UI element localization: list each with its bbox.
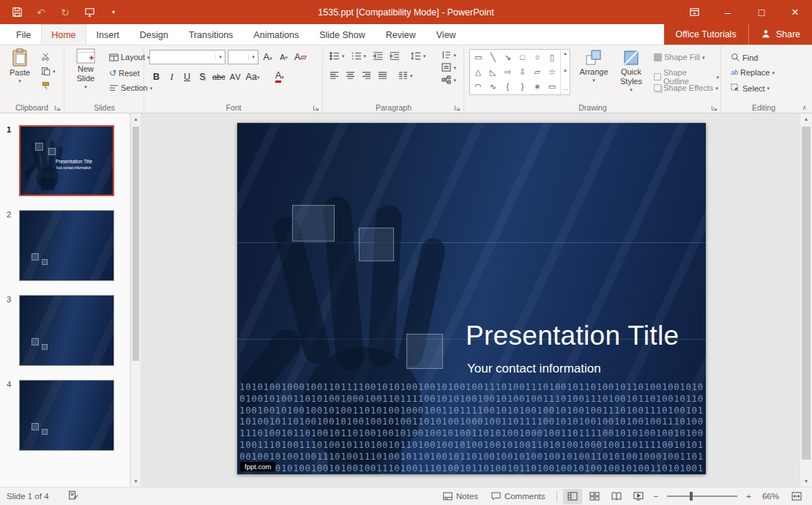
shapes-scroll-up-button[interactable]: ▲ [563,51,567,56]
redo-button[interactable]: ↻ [59,6,72,19]
shape-cell[interactable]: △ [475,68,481,76]
shape-cell[interactable]: ▱ [534,68,540,76]
tab-view[interactable]: View [426,24,466,45]
shape-cell[interactable]: ☆ [548,68,556,76]
zoom-slider[interactable] [667,495,737,497]
tab-transitions[interactable]: Transitions [179,24,244,45]
cut-button[interactable] [40,51,52,62]
italic-button[interactable]: I [165,70,179,84]
thumbnail-slide-1[interactable]: Presentation Title Your contact informat… [19,125,114,196]
thumbnail-slide-3[interactable] [19,295,114,366]
select-button[interactable]: Select▾ [729,83,771,94]
close-button[interactable]: × [778,0,812,24]
quick-styles-button[interactable]: Quick Styles ▾ [614,49,648,92]
minimize-button[interactable]: – [711,0,745,24]
align-right-button[interactable] [360,70,373,81]
underline-button[interactable]: U [180,70,194,84]
shape-cell[interactable]: ∗ [534,83,540,91]
paragraph-dialog-launcher[interactable] [454,103,461,111]
shape-cell[interactable]: ⇩ [519,68,526,76]
scrollbar-thumb[interactable] [133,127,139,361]
clear-formatting-button[interactable]: A [293,50,308,64]
slide-editor[interactable]: 1010100100010011011110010101001001010010… [237,123,706,474]
increase-font-size-button[interactable]: A▴ [261,50,275,64]
zoom-in-button[interactable]: + [743,490,754,503]
start-slideshow-button[interactable] [83,6,96,19]
font-color-button[interactable]: A ▾ [272,70,286,84]
thumbnail-slide-4[interactable] [19,380,114,451]
slide-sorter-button[interactable] [585,489,604,504]
shape-cell[interactable]: ○ [534,53,540,61]
shape-effects-button[interactable]: Shape Effects▾ [652,83,720,93]
shape-cell[interactable]: { [507,83,510,91]
shape-cell[interactable]: ▭ [474,53,482,61]
tab-design[interactable]: Design [130,24,179,45]
normal-view-button[interactable] [563,489,582,504]
zoom-out-button[interactable]: − [651,490,662,503]
arrange-button[interactable]: Arrange ▾ [576,49,611,83]
shape-cell[interactable]: } [521,83,524,91]
shape-cell[interactable]: ◺ [490,68,496,76]
scrollbar-thumb[interactable] [802,127,811,460]
tab-file[interactable]: File [6,24,41,45]
change-case-button[interactable]: Aa▾ [245,70,261,84]
share-button[interactable]: Share [748,24,812,45]
reading-view-button[interactable] [607,489,626,504]
zoom-level-button[interactable]: 66% [757,490,784,503]
justify-button[interactable] [376,70,389,81]
shapes-more-button[interactable]: ⋯ [562,86,568,93]
shape-cell[interactable]: ⇨ [504,68,511,76]
shape-cell[interactable]: ∿ [490,83,496,91]
scroll-down-button[interactable]: ▼ [131,476,141,487]
maximize-button[interactable]: □ [745,0,778,24]
customize-qat-button[interactable]: ▾ [107,6,120,19]
undo-button[interactable]: ↶ [34,6,48,19]
slide-subtitle-placeholder[interactable]: Your contact information [467,362,601,376]
character-spacing-button[interactable]: AV [228,70,243,84]
tab-animations[interactable]: Animations [243,24,309,45]
font-size-combo[interactable]: ▾ [228,50,258,64]
scroll-down-button[interactable]: ▼ [800,476,812,487]
decrease-font-size-button[interactable]: A▾ [277,50,291,64]
convert-smartart-button[interactable]: ▾ [440,75,458,85]
notes-button[interactable]: Notes [438,490,483,503]
shape-cell[interactable]: □ [520,53,525,61]
collapse-ribbon-button[interactable]: ∧ [802,104,807,111]
format-painter-button[interactable] [40,81,52,91]
tab-home[interactable]: Home [41,24,86,45]
reset-button[interactable]: ↺ Reset [108,67,141,79]
fit-slide-to-window-button[interactable] [787,489,806,504]
zoom-slider-thumb[interactable] [690,492,693,501]
shape-cell[interactable]: ◠ [474,83,482,91]
increase-indent-button[interactable] [388,50,401,61]
slide-show-button[interactable] [629,489,648,504]
tab-insert[interactable]: Insert [86,24,130,45]
copy-button[interactable]: ▾ [40,66,57,77]
scroll-up-button[interactable]: ▲ [131,113,141,124]
shape-cell[interactable]: ↘ [504,53,511,61]
font-name-combo[interactable]: ▾ [149,50,226,64]
bold-button[interactable]: B [149,70,163,84]
line-spacing-button[interactable]: ▾ [409,50,428,61]
tab-review[interactable]: Review [376,24,426,45]
save-button[interactable] [10,6,23,19]
shape-fill-button[interactable]: Shape Fill▾ [652,52,706,62]
slide-title-placeholder[interactable]: Presentation Title [466,321,679,351]
find-button[interactable]: Find [729,52,759,63]
align-text-button[interactable]: ▾ [440,62,458,72]
clipboard-dialog-launcher[interactable] [54,103,62,111]
align-center-button[interactable] [344,70,357,81]
decrease-indent-button[interactable] [371,50,384,61]
ribbon-display-options-button[interactable] [677,0,711,24]
tab-slide-show[interactable]: Slide Show [309,24,376,45]
strikethrough-button[interactable]: abc [211,70,227,84]
text-direction-button[interactable]: ▾ [440,50,458,60]
font-dialog-launcher[interactable] [313,103,320,111]
shapes-scroll-down-button[interactable]: ▼ [563,69,567,73]
replace-button[interactable]: ab Replace▾ [729,67,776,78]
bullets-button[interactable]: ▾ [328,50,346,61]
numbering-button[interactable]: ▾ [350,50,368,61]
columns-button[interactable]: ▾ [397,70,414,81]
office-tutorials-link[interactable]: Office Tutorials [664,24,748,45]
comments-button[interactable]: Comments [486,490,551,503]
